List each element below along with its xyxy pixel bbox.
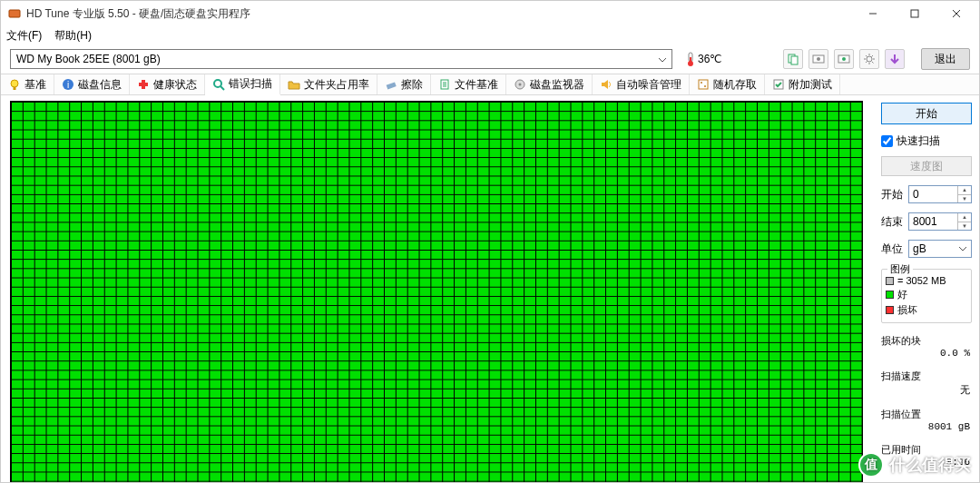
damaged-blocks: 损坏的块 0.0 % xyxy=(881,334,972,359)
start-spinner[interactable]: ▲▼ xyxy=(957,186,971,202)
drive-toolbar: WD My Book 25EE (8001 gB) 36℃ 退出 xyxy=(1,44,979,74)
temperature-value: 36℃ xyxy=(698,53,721,65)
tab-error-scan[interactable]: 错误扫描 xyxy=(205,74,280,95)
svg-point-18 xyxy=(214,80,221,87)
monitor-icon xyxy=(514,78,526,91)
speaker-icon xyxy=(600,78,612,91)
temperature-display: 36℃ xyxy=(681,52,727,66)
close-button[interactable] xyxy=(936,1,977,26)
chevron-down-icon xyxy=(956,242,969,255)
quick-scan-checkbox[interactable]: 快速扫描 xyxy=(881,133,972,149)
app-icon xyxy=(8,7,21,20)
side-panel: 开始 快速扫描 速度图 开始 0 ▲▼ 结束 8001 ▲▼ xyxy=(877,95,979,482)
svg-point-24 xyxy=(701,82,702,84)
legend-bad-icon xyxy=(886,306,894,314)
info-icon: i xyxy=(62,78,74,91)
tab-benchmark[interactable]: 基准 xyxy=(1,74,54,94)
folder-icon xyxy=(288,78,300,91)
scan-position: 扫描位置 8001 gB xyxy=(881,408,972,432)
legend-box: 图例 = 3052 MB 好 损坏 xyxy=(881,269,972,323)
block-map xyxy=(10,101,863,482)
elapsed-time: 已用时间 0:36 xyxy=(881,443,972,468)
thermometer-icon xyxy=(687,52,694,66)
svg-rect-0 xyxy=(9,10,20,17)
tab-file-benchmark[interactable]: 文件基准 xyxy=(431,74,506,94)
svg-text:i: i xyxy=(67,80,69,90)
svg-point-11 xyxy=(867,56,872,62)
menu-bar: 文件(F) 帮助(H) xyxy=(1,26,979,44)
svg-rect-13 xyxy=(14,87,16,90)
menu-file[interactable]: 文件(F) xyxy=(6,28,42,44)
unit-label: 单位 xyxy=(881,242,905,257)
tab-erase[interactable]: 擦除 xyxy=(377,74,431,94)
window-title: HD Tune 专业版 5.50 - 硬盘/固态硬盘实用程序 xyxy=(26,6,250,22)
start-label: 开始 xyxy=(881,187,905,202)
maximize-button[interactable] xyxy=(894,1,936,26)
svg-point-12 xyxy=(11,80,18,87)
tab-disk-monitor[interactable]: 磁盘监视器 xyxy=(506,74,593,94)
unit-select[interactable]: gB xyxy=(908,240,972,258)
eraser-icon xyxy=(385,78,397,91)
chevron-down-icon xyxy=(655,53,669,66)
svg-rect-19 xyxy=(387,82,397,89)
legend-good-icon xyxy=(886,291,894,299)
title-bar: HD Tune 专业版 5.50 - 硬盘/固态硬盘实用程序 xyxy=(1,1,979,26)
drive-select[interactable]: WD My Book 25EE (8001 gB) xyxy=(10,49,672,69)
speed-map-button[interactable]: 速度图 xyxy=(881,156,972,176)
svg-rect-1 xyxy=(911,10,918,17)
save-button[interactable] xyxy=(885,49,905,69)
tab-random-access[interactable]: 随机存取 xyxy=(690,74,765,94)
svg-point-8 xyxy=(817,57,820,61)
start-button[interactable]: 开始 xyxy=(881,103,972,124)
svg-point-22 xyxy=(519,84,522,86)
end-spinner[interactable]: ▲▼ xyxy=(957,213,971,230)
options-button[interactable] xyxy=(859,49,879,69)
svg-rect-4 xyxy=(690,57,691,63)
svg-rect-23 xyxy=(699,80,708,89)
tab-strip: 基准 i 磁盘信息 健康状态 错误扫描 文件夹占用率 擦除 文件基准 磁盘监视器 xyxy=(1,74,979,95)
tab-folder-usage[interactable]: 文件夹占用率 xyxy=(280,74,377,94)
checklist-icon xyxy=(772,78,785,91)
end-label: 结束 xyxy=(881,214,905,230)
menu-help[interactable]: 帮助(H) xyxy=(54,28,92,44)
tab-health[interactable]: 健康状态 xyxy=(130,74,205,94)
tab-aam[interactable]: 自动噪音管理 xyxy=(593,74,690,94)
magnifier-icon xyxy=(212,78,225,91)
exit-button[interactable]: 退出 xyxy=(921,48,970,70)
bulb-icon xyxy=(8,78,21,91)
drive-select-value: WD My Book 25EE (8001 gB) xyxy=(16,53,161,65)
file-icon xyxy=(438,78,451,91)
start-input[interactable]: 0 ▲▼ xyxy=(908,185,972,203)
minimize-button[interactable] xyxy=(852,1,894,26)
svg-point-25 xyxy=(704,85,706,87)
tab-extra-tests[interactable]: 附加测试 xyxy=(765,74,840,94)
copy-text-button[interactable] xyxy=(783,49,803,69)
save-screenshot-button[interactable] xyxy=(834,49,854,69)
end-input[interactable]: 8001 ▲▼ xyxy=(908,212,972,231)
svg-rect-6 xyxy=(791,56,798,64)
health-cross-icon xyxy=(137,78,150,91)
svg-point-10 xyxy=(842,57,846,61)
tab-disk-info[interactable]: i 磁盘信息 xyxy=(54,74,130,94)
legend-block-icon xyxy=(886,277,894,285)
svg-rect-17 xyxy=(139,83,148,86)
copy-screenshot-button[interactable] xyxy=(808,49,828,69)
random-icon xyxy=(697,78,710,91)
scan-speed: 扫描速度 无 xyxy=(881,370,972,397)
